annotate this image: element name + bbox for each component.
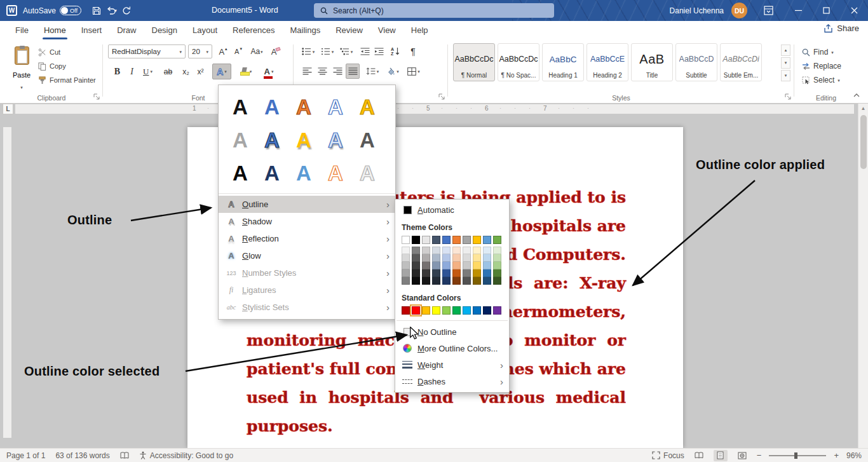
text-effect-option-9[interactable]: A: [320, 123, 351, 156]
styles-scroll-up-button[interactable]: ▴: [781, 44, 790, 56]
align-right-button[interactable]: [330, 64, 344, 79]
text-effect-option-11[interactable]: A: [224, 156, 256, 189]
theme-variant-swatch[interactable]: [412, 254, 420, 262]
theme-variant-swatch[interactable]: [442, 262, 451, 269]
theme-variant-swatch[interactable]: [432, 254, 440, 262]
menu-item-outline[interactable]: AOutline›: [219, 196, 395, 213]
shading-button[interactable]: ▾: [384, 64, 402, 79]
avatar[interactable]: DU: [731, 3, 747, 18]
text-effect-option-12[interactable]: A: [256, 156, 288, 189]
style-h1[interactable]: AaBbCHeading 1: [542, 43, 584, 81]
focus-mode-button[interactable]: Focus: [652, 451, 684, 460]
theme-variant-swatch[interactable]: [412, 277, 420, 285]
borders-button[interactable]: ▾: [404, 64, 423, 79]
theme-color-swatch[interactable]: [422, 236, 430, 244]
tab-view[interactable]: View: [370, 21, 403, 39]
theme-variant-swatch[interactable]: [442, 247, 451, 254]
justify-button[interactable]: [346, 64, 360, 79]
autosave-control[interactable]: AutoSave Off: [23, 6, 81, 15]
tab-review[interactable]: Review: [328, 21, 370, 39]
autosave-toggle[interactable]: Off: [60, 6, 81, 15]
replace-button[interactable]: Replace: [802, 60, 841, 72]
paragraph-dialog-launcher[interactable]: [438, 93, 445, 100]
theme-color-swatch[interactable]: [493, 236, 501, 244]
tab-stop-selector[interactable]: L: [3, 104, 13, 114]
theme-variant-swatch[interactable]: [442, 254, 451, 262]
theme-variant-swatch[interactable]: [452, 254, 461, 262]
clear-formatting-button[interactable]: A: [268, 44, 283, 58]
page-indicator[interactable]: Page 1 of 1: [6, 451, 45, 460]
theme-variant-swatch[interactable]: [473, 269, 481, 277]
theme-variant-swatch[interactable]: [412, 247, 420, 254]
bold-button[interactable]: B: [111, 64, 124, 79]
zoom-in-button[interactable]: +: [834, 451, 839, 460]
theme-variant-swatch[interactable]: [442, 269, 451, 277]
text-effect-option-7[interactable]: A: [256, 123, 288, 156]
theme-variant-swatch[interactable]: [432, 247, 440, 254]
theme-variant-swatch[interactable]: [463, 247, 471, 254]
menu-item-glow[interactable]: AGlow›: [219, 247, 395, 264]
align-left-button[interactable]: [300, 64, 314, 79]
underline-button[interactable]: U▾: [139, 64, 156, 79]
theme-variant-swatch[interactable]: [402, 247, 410, 254]
theme-variant-swatch[interactable]: [402, 262, 410, 269]
theme-variant-swatch[interactable]: [493, 269, 501, 277]
theme-color-swatch[interactable]: [442, 236, 451, 244]
minimize-button[interactable]: [784, 0, 812, 21]
tab-help[interactable]: Help: [403, 21, 436, 39]
menu-item-no-outline[interactable]: No Outline: [395, 323, 509, 340]
standard-color-swatch[interactable]: [442, 306, 451, 315]
sort-button[interactable]: AZ: [388, 44, 403, 58]
word-count[interactable]: 63 of 136 words: [55, 451, 109, 460]
font-color-button[interactable]: A ▾: [259, 64, 278, 79]
increase-indent-button[interactable]: [372, 44, 385, 58]
decrease-indent-button[interactable]: [358, 44, 371, 58]
standard-color-swatch[interactable]: [483, 306, 491, 315]
text-effect-option-5[interactable]: A: [351, 90, 383, 123]
theme-color-swatch[interactable]: [452, 236, 461, 244]
clipboard-dialog-launcher[interactable]: [93, 93, 100, 100]
line-spacing-button[interactable]: ▾: [363, 64, 381, 79]
user-name[interactable]: Daniel Uchenna: [670, 6, 724, 15]
close-button[interactable]: [840, 0, 868, 21]
word-logo-icon[interactable]: [6, 5, 17, 16]
standard-color-swatch[interactable]: [402, 306, 410, 315]
strikethrough-button[interactable]: ab: [160, 64, 176, 79]
theme-color-swatch[interactable]: [483, 236, 491, 244]
show-paragraph-marks-button[interactable]: ¶: [407, 44, 419, 58]
styles-dialog-launcher[interactable]: [785, 93, 792, 100]
bullets-button[interactable]: ▾: [300, 44, 316, 58]
theme-variant-swatch[interactable]: [402, 254, 410, 262]
text-effect-option-14[interactable]: A: [320, 156, 351, 189]
highlight-color-button[interactable]: ▾: [236, 64, 255, 79]
theme-variant-swatch[interactable]: [473, 262, 481, 269]
theme-variant-swatch[interactable]: [412, 269, 420, 277]
text-effect-option-15[interactable]: A: [351, 156, 383, 189]
tab-references[interactable]: References: [225, 21, 282, 39]
web-layout-button[interactable]: [735, 450, 749, 461]
theme-variant-swatch[interactable]: [452, 247, 461, 254]
tab-home[interactable]: Home: [36, 21, 74, 39]
theme-color-swatch[interactable]: [412, 236, 420, 244]
numbering-button[interactable]: ▾: [319, 44, 336, 58]
tab-mailings[interactable]: Mailings: [283, 21, 329, 39]
vertical-scrollbar[interactable]: ▲: [858, 104, 868, 448]
text-effect-option-10[interactable]: A: [351, 123, 383, 156]
theme-color-swatch[interactable]: [463, 236, 471, 244]
scroll-up-icon[interactable]: ▲: [858, 104, 868, 113]
theme-variant-swatch[interactable]: [422, 277, 430, 285]
theme-color-swatch[interactable]: [402, 236, 410, 244]
theme-variant-swatch[interactable]: [452, 277, 461, 285]
zoom-slider[interactable]: [769, 455, 826, 456]
theme-variant-swatch[interactable]: [422, 262, 430, 269]
print-layout-button[interactable]: [714, 450, 728, 461]
standard-color-swatch[interactable]: [463, 306, 471, 315]
menu-item-automatic[interactable]: Automatic: [395, 201, 509, 218]
theme-variant-swatch[interactable]: [483, 277, 491, 285]
save-button[interactable]: [89, 3, 104, 19]
theme-variant-swatch[interactable]: [422, 247, 430, 254]
theme-variant-swatch[interactable]: [402, 269, 410, 277]
style-subtle[interactable]: AaBbCcDiSubtle Em...: [720, 43, 762, 81]
tab-layout[interactable]: Layout: [185, 21, 225, 39]
collapse-ribbon-button[interactable]: [850, 90, 863, 100]
